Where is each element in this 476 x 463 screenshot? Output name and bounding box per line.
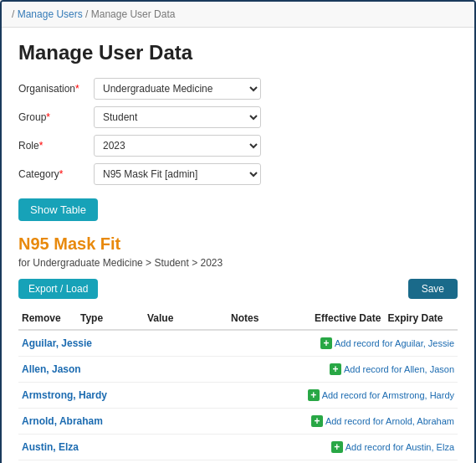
table-row: Armstrong, Hardy + Add record for Armstr… (18, 383, 458, 409)
form-row-group: Group* Student (18, 106, 458, 128)
user-data-table: Remove Type Value Notes Effective Date E… (18, 307, 458, 460)
section-subtitle: for Undergraduate Medicine > Student > 2… (18, 257, 458, 269)
user-name-allen[interactable]: Allen, Jason (18, 363, 311, 375)
breadcrumb: / Manage Users / Manage User Data (2, 2, 474, 28)
required-star-role: * (39, 140, 44, 152)
add-record-link-austin[interactable]: + Add record for Austin, Elza (331, 441, 454, 453)
toolbar: Export / Load Save (18, 279, 458, 299)
export-load-button[interactable]: Export / Load (18, 279, 98, 299)
main-container: / Manage Users / Manage User Data Manage… (0, 0, 476, 463)
add-record-allen[interactable]: + Add record for Allen, Jason (311, 363, 458, 375)
col-remove: Remove (18, 311, 77, 326)
category-select[interactable]: N95 Mask Fit [admin] (94, 163, 261, 185)
add-record-armstrong[interactable]: + Add record for Armstrong, Hardy (311, 389, 458, 401)
main-content: Manage User Data Organisation* Undergrad… (2, 28, 474, 463)
required-star-org: * (75, 83, 79, 95)
page-title: Manage User Data (18, 41, 458, 64)
category-label: Category* (18, 168, 94, 180)
breadcrumb-current: Manage User Data (91, 8, 176, 20)
user-name-armstrong[interactable]: Armstrong, Hardy (18, 389, 311, 401)
plus-icon: + (320, 337, 332, 349)
add-record-label-arnold: Add record for Arnold, Abraham (325, 416, 454, 426)
col-expiry-date: Expiry Date (385, 311, 458, 326)
form-row-category: Category* N95 Mask Fit [admin] (18, 163, 458, 185)
plus-icon: + (308, 389, 320, 401)
col-type: Type (77, 311, 144, 326)
form-section: Organisation* Undergraduate Medicine Gro… (18, 78, 458, 185)
group-label: Group* (18, 111, 94, 123)
user-name-arnold[interactable]: Arnold, Abraham (18, 415, 311, 427)
breadcrumb-separator: / (12, 8, 14, 20)
add-record-label-armstrong: Add record for Armstrong, Hardy (322, 390, 454, 400)
form-row-role: Role* 2023 (18, 135, 458, 157)
plus-icon: + (330, 363, 341, 375)
table-row: Austin, Elza + Add record for Austin, El… (18, 435, 458, 460)
role-label: Role* (18, 140, 94, 152)
table-row: Aguilar, Jessie + Add record for Aguilar… (18, 331, 458, 357)
role-select[interactable]: 2023 (94, 135, 261, 157)
add-record-link-arnold[interactable]: + Add record for Arnold, Abraham (311, 415, 454, 427)
add-record-arnold[interactable]: + Add record for Arnold, Abraham (311, 415, 458, 427)
add-record-label-aguilar: Add record for Aguilar, Jessie (335, 338, 454, 348)
col-notes: Notes (228, 311, 311, 326)
section-title: N95 Mask Fit (18, 234, 458, 254)
required-star-category: * (59, 168, 64, 180)
table-row: Arnold, Abraham + Add record for Arnold,… (18, 409, 458, 435)
add-record-label-austin: Add record for Austin, Elza (345, 442, 454, 452)
add-record-link-aguilar[interactable]: + Add record for Aguilar, Jessie (320, 337, 454, 349)
organisation-select[interactable]: Undergraduate Medicine (94, 78, 261, 100)
show-table-button[interactable]: Show Table (18, 198, 98, 221)
user-name-austin[interactable]: Austin, Elza (18, 441, 311, 453)
breadcrumb-manage-users[interactable]: Manage Users (18, 8, 83, 20)
save-button[interactable]: Save (408, 279, 458, 299)
plus-icon: + (311, 415, 323, 427)
add-record-link-armstrong[interactable]: + Add record for Armstrong, Hardy (308, 389, 454, 401)
col-effective-date: Effective Date (311, 311, 385, 326)
add-record-label-allen: Add record for Allen, Jason (344, 364, 454, 374)
user-name-aguilar[interactable]: Aguilar, Jessie (18, 337, 311, 349)
add-record-austin[interactable]: + Add record for Austin, Elza (311, 441, 458, 453)
organisation-label: Organisation* (18, 83, 94, 95)
group-select[interactable]: Student (94, 106, 261, 128)
breadcrumb-separator2: / (85, 8, 91, 20)
table-row: Allen, Jason + Add record for Allen, Jas… (18, 357, 458, 383)
add-record-aguilar[interactable]: + Add record for Aguilar, Jessie (311, 337, 458, 349)
form-row-organisation: Organisation* Undergraduate Medicine (18, 78, 458, 100)
table-header: Remove Type Value Notes Effective Date E… (18, 307, 458, 331)
add-record-link-allen[interactable]: + Add record for Allen, Jason (330, 363, 454, 375)
col-value: Value (144, 311, 228, 326)
plus-icon: + (331, 441, 343, 453)
required-star-group: * (46, 111, 50, 123)
